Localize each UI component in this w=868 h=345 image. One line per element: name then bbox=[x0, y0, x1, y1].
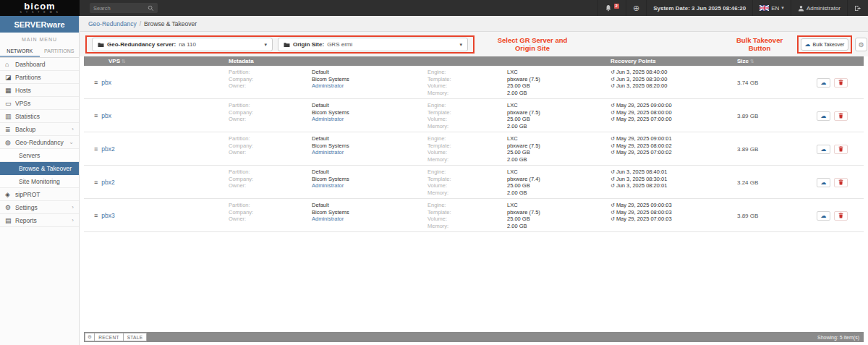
delete-button[interactable] bbox=[834, 111, 848, 121]
delete-button[interactable] bbox=[834, 211, 848, 221]
history-icon: ↺ bbox=[610, 143, 615, 148]
breadcrumb: Geo-Redundancy / Browse & Takeover bbox=[80, 16, 868, 32]
logo-brand: bicom bbox=[24, 1, 55, 11]
row-actions: ☁ bbox=[817, 178, 864, 187]
vps-cell: ≡ pbx3 bbox=[84, 212, 229, 219]
meta-values-1: Default Bicom Systems Administrator bbox=[312, 69, 427, 96]
meta-values-1: Default Bicom Systems Administrator bbox=[312, 135, 427, 163]
meta-labels-2: Engine: Template: Volume: Memory: bbox=[427, 69, 507, 96]
column-header-size[interactable]: Size⇅ bbox=[737, 58, 817, 64]
chevron-down-icon: ▾ bbox=[459, 42, 462, 48]
cloud-download-icon: ☁ bbox=[821, 146, 827, 153]
vps-link[interactable]: pbx2 bbox=[101, 145, 114, 153]
site-selector-button[interactable]: ⊕ bbox=[626, 0, 646, 16]
server-rack-icon: ≡ bbox=[94, 79, 98, 86]
meta-labels-1: Partition: Company: Owner: bbox=[229, 202, 312, 229]
recovery-points-cell: ↺Jun 3, 2025 08:40:01 ↺Jun 3, 2025 08:30… bbox=[610, 169, 737, 196]
legend-tab-stale[interactable]: STALE bbox=[124, 333, 148, 341]
sidebar-item-geo-redundancy[interactable]: ◍ Geo-Redundancy ⌄ bbox=[0, 136, 79, 149]
vps-link[interactable]: pbx3 bbox=[101, 212, 114, 219]
row-actions: ☁ bbox=[817, 78, 864, 88]
vps-cell: ≡ pbx2 bbox=[84, 145, 229, 153]
partitions-icon: ◪ bbox=[5, 74, 15, 81]
takeover-button[interactable]: ☁ bbox=[817, 111, 830, 121]
sidebar-item-hosts[interactable]: ▦ Hosts bbox=[0, 84, 79, 97]
origin-site-dropdown[interactable]: Origin Site: GRS ermi ▾ bbox=[278, 38, 468, 51]
user-name: Administrator bbox=[807, 5, 841, 12]
owner-link[interactable]: Administrator bbox=[312, 116, 427, 123]
meta-values-1: Default Bicom Systems Administrator bbox=[312, 169, 427, 196]
gear-icon: ⚙ bbox=[858, 41, 864, 48]
takeover-button[interactable]: ☁ bbox=[817, 78, 830, 88]
sidebar-item-vpss[interactable]: ▭ VPSs bbox=[0, 97, 79, 110]
sidebar-item-partitions[interactable]: ◪ Partitions bbox=[0, 71, 79, 84]
owner-link[interactable]: Administrator bbox=[312, 216, 427, 223]
history-icon: ↺ bbox=[610, 116, 615, 122]
server-rack-icon: ≡ bbox=[94, 145, 98, 153]
vps-link[interactable]: pbx2 bbox=[101, 179, 114, 186]
trash-icon bbox=[838, 179, 843, 185]
meta-values-2: LXC pbxware (7.5) 25.00 GB 2.00 GB bbox=[507, 202, 610, 229]
sort-icon: ⇅ bbox=[122, 59, 126, 64]
delete-button[interactable] bbox=[834, 178, 848, 187]
sidebar-item-settings[interactable]: ⚙ Settings › bbox=[0, 201, 79, 214]
sidebar-item-servers[interactable]: Servers bbox=[0, 149, 79, 162]
table-settings-button[interactable]: ⚙ bbox=[855, 38, 867, 51]
vps-link[interactable]: pbx bbox=[101, 79, 111, 86]
crosshair-icon: ⊕ bbox=[633, 4, 639, 13]
meta-labels-2: Engine: Template: Volume: Memory: bbox=[427, 202, 507, 229]
owner-link[interactable]: Administrator bbox=[312, 82, 427, 90]
chevron-down-icon: ⌄ bbox=[69, 139, 74, 145]
tab-network[interactable]: NETWORK bbox=[0, 46, 40, 57]
showing-count: Showing: 5 item(s) bbox=[817, 335, 864, 340]
tab-partitions[interactable]: PARTITIONS bbox=[40, 46, 80, 57]
row-actions: ☁ bbox=[817, 111, 864, 121]
cloud-download-icon: ☁ bbox=[821, 179, 827, 186]
history-icon: ↺ bbox=[610, 176, 615, 182]
user-icon bbox=[798, 5, 804, 12]
takeover-button[interactable]: ☁ bbox=[817, 178, 830, 187]
legend-tab-recent[interactable]: RECENT bbox=[95, 333, 124, 341]
owner-link[interactable]: Administrator bbox=[312, 149, 427, 156]
breadcrumb-parent-link[interactable]: Geo-Redundancy bbox=[88, 20, 137, 27]
column-header-vps[interactable]: VPS⇅ bbox=[84, 58, 229, 64]
delete-button[interactable] bbox=[834, 78, 848, 88]
main-content: Geo-Redundancy / Browse & Takeover Geo-R… bbox=[80, 16, 868, 345]
delete-button[interactable] bbox=[834, 145, 848, 154]
meta-labels-1: Partition: Company: Owner: bbox=[229, 135, 312, 163]
sidebar-item-statistics[interactable]: ▥ Statistics bbox=[0, 110, 79, 123]
meta-values-1: Default Bicom Systems Administrator bbox=[312, 202, 427, 229]
bulk-takeover-button[interactable]: ☁ Bulk Takeover bbox=[801, 38, 849, 51]
notifications-button[interactable]: 2 bbox=[597, 0, 626, 16]
sidebar-item-sipprot[interactable]: ◈ sipPROT bbox=[0, 188, 79, 201]
search-input[interactable]: Search bbox=[90, 3, 158, 13]
report-icon: ▤ bbox=[5, 217, 15, 224]
takeover-button[interactable]: ☁ bbox=[817, 145, 830, 154]
size-cell: 3.89 GB bbox=[737, 113, 817, 119]
table-row: ≡ pbx2 Partition: Company: Owner: Defaul… bbox=[84, 132, 864, 166]
language-selector[interactable]: EN ▾ bbox=[752, 0, 791, 16]
user-menu[interactable]: Administrator bbox=[791, 0, 847, 16]
meta-labels-2: Engine: Template: Volume: Memory: bbox=[427, 102, 507, 129]
vps-link[interactable]: pbx bbox=[101, 112, 111, 119]
sidebar-item-backup[interactable]: ≣ Backup › bbox=[0, 123, 79, 136]
notification-badge: 2 bbox=[614, 4, 619, 9]
bell-icon bbox=[605, 4, 612, 12]
legend-toggle: ⚙ RECENT STALE bbox=[85, 333, 147, 341]
sidebar-item-browse-takeover[interactable]: Browse & Takeover bbox=[0, 162, 79, 175]
page: bicom S Y S T E M S Search 2 ⊕ System Da… bbox=[0, 0, 868, 345]
owner-link[interactable]: Administrator bbox=[312, 182, 427, 189]
logout-button[interactable] bbox=[847, 0, 868, 16]
sidebar-item-reports[interactable]: ▤ Reports › bbox=[0, 214, 79, 227]
sidebar-item-dashboard[interactable]: ⌂ Dashboard bbox=[0, 58, 79, 71]
takeover-button[interactable]: ☁ bbox=[817, 211, 830, 221]
recovery-points-cell: ↺May 29, 2025 09:00:00 ↺May 29, 2025 08:… bbox=[610, 102, 737, 129]
breadcrumb-separator: / bbox=[140, 20, 141, 27]
topbar-right: 2 ⊕ System Date: 3 Jun 2025 08:46:20 EN … bbox=[597, 0, 868, 16]
row-actions: ☁ bbox=[817, 145, 864, 154]
sidebar-item-site-monitoring[interactable]: Site Monitoring bbox=[0, 175, 79, 188]
bicom-logo[interactable]: bicom S Y S T E M S bbox=[0, 0, 80, 16]
gr-server-dropdown[interactable]: Geo-Redundancy server: na 110 ▾ bbox=[92, 38, 273, 51]
legend-gear-button[interactable]: ⚙ bbox=[85, 333, 95, 341]
cloud-download-icon: ☁ bbox=[821, 213, 827, 219]
